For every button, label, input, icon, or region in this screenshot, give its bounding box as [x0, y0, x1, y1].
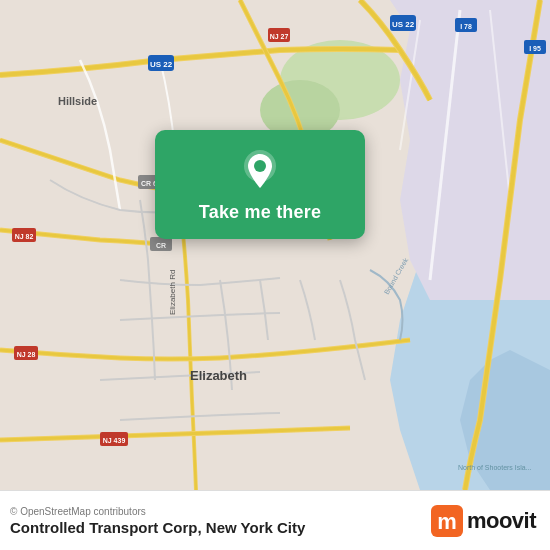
svg-point-35 [254, 160, 266, 172]
map-svg: US 22 NJ 27 US 22 I 78 I 95 CR 6 CR NJ 8… [0, 0, 550, 490]
bottom-bar: © OpenStreetMap contributors Controlled … [0, 490, 550, 550]
moovit-logo: m moovit [431, 505, 536, 537]
svg-text:Elizabeth Rd: Elizabeth Rd [168, 270, 177, 315]
place-info: © OpenStreetMap contributors Controlled … [10, 506, 305, 536]
take-me-there-label: Take me there [199, 202, 321, 223]
place-name: Controlled Transport Corp, New York City [10, 519, 305, 536]
svg-text:m: m [437, 509, 457, 534]
svg-text:NJ 82: NJ 82 [15, 233, 34, 240]
svg-text:US 22: US 22 [392, 20, 415, 29]
svg-text:NJ 27: NJ 27 [270, 33, 289, 40]
location-pin-icon [238, 148, 282, 192]
svg-text:Hillside: Hillside [58, 95, 97, 107]
svg-text:I 78: I 78 [460, 23, 472, 30]
svg-text:US 22: US 22 [150, 60, 173, 69]
svg-text:I 95: I 95 [529, 45, 541, 52]
svg-text:NJ 439: NJ 439 [103, 437, 126, 444]
take-me-there-card[interactable]: Take me there [155, 130, 365, 239]
map-container: US 22 NJ 27 US 22 I 78 I 95 CR 6 CR NJ 8… [0, 0, 550, 490]
copyright-text: © OpenStreetMap contributors [10, 506, 305, 517]
moovit-text: moovit [467, 508, 536, 534]
svg-text:Elizabeth: Elizabeth [190, 368, 247, 383]
moovit-icon: m [431, 505, 463, 537]
svg-text:CR: CR [156, 242, 166, 249]
svg-text:NJ 28: NJ 28 [17, 351, 36, 358]
svg-text:North of Shooters Isla...: North of Shooters Isla... [458, 464, 532, 471]
